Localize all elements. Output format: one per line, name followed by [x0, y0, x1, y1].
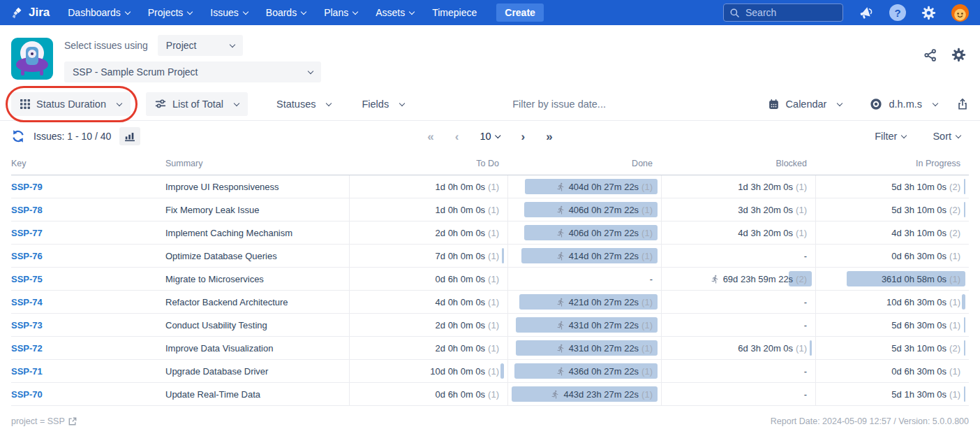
duration-cell-blocked: - [661, 383, 815, 405]
next-page-button[interactable]: › [521, 131, 526, 143]
duration-cell-blocked: 6d 3h 20m 0s(1) [661, 337, 815, 359]
issue-key-link[interactable]: SSP-74 [11, 297, 43, 307]
issue-key-link[interactable]: SSP-78 [11, 205, 43, 215]
column-header-blocked: Blocked [661, 159, 815, 168]
issue-count: (1) [488, 182, 499, 192]
issue-count: (1) [641, 320, 653, 330]
nav-item-dashboards[interactable]: Dashboards [68, 7, 130, 18]
issue-key-link[interactable]: SSP-70 [11, 389, 43, 400]
issue-count: (1) [488, 297, 499, 307]
search-placeholder: Search [745, 7, 776, 18]
nav-item-assets[interactable]: Assets [376, 7, 414, 18]
issue-key-link[interactable]: SSP-77 [11, 228, 43, 238]
issue-key-link[interactable]: SSP-73 [11, 320, 43, 330]
app-header: Select issues using Project SSP - Sample… [0, 25, 980, 88]
duration-cell-in_progress: 5d 3h 10m 0s(2) [815, 337, 969, 359]
bar-chart-icon [124, 131, 135, 142]
nav-item-timepiece[interactable]: Timepiece [432, 7, 477, 18]
issue-key-link[interactable]: SSP-71 [11, 366, 43, 377]
duration-cell-done: 404d 0h 27m 22s(1) [507, 175, 661, 198]
gear-icon[interactable] [921, 6, 936, 20]
brand-name: Jira [29, 6, 50, 20]
issue-key-link[interactable]: SSP-79 [11, 182, 43, 192]
fields-dropdown[interactable]: Fields [352, 92, 413, 116]
column-header-summary: Summary [165, 159, 349, 168]
help-icon[interactable]: ? [889, 4, 906, 21]
nav-item-projects[interactable]: Projects [148, 7, 193, 18]
runner-icon [556, 182, 565, 191]
issue-count: (1) [641, 205, 653, 215]
issue-key-link[interactable]: SSP-75 [11, 274, 43, 284]
runner-icon [556, 344, 565, 353]
duration-value: 69d 23h 59m 22s [723, 274, 793, 284]
share-icon[interactable] [923, 48, 937, 62]
avatar[interactable] [951, 4, 969, 22]
duration-value: 4d 3h 10m 0s [891, 228, 946, 238]
chevron-down-icon [352, 8, 358, 14]
chevron-down-icon [187, 8, 193, 14]
duration-value: - [804, 389, 807, 400]
issue-summary: Fix Memory Leak Issue [165, 198, 349, 221]
sort-dropdown[interactable]: Sort [933, 131, 960, 142]
issue-source-select[interactable]: Project [158, 35, 243, 56]
duration-value: 414d 0h 27m 22s [569, 251, 639, 261]
view-mode-dropdown[interactable]: List of Total [146, 92, 248, 116]
issue-count: (1) [796, 205, 807, 215]
jql-link[interactable]: project = SSP [11, 416, 77, 426]
refresh-icon[interactable] [11, 129, 25, 143]
duration-value: 5d 1h 30m 0s [891, 389, 946, 400]
table-row: SSP-77Implement Caching Mechanism2d 0h 0… [11, 221, 969, 245]
issue-summary: Improve UI Responsiveness [165, 175, 349, 198]
calendar-dropdown[interactable]: Calendar [759, 92, 852, 116]
jira-logo[interactable]: Jira [11, 6, 50, 20]
issue-count: (1) [488, 389, 499, 400]
last-page-button[interactable]: » [546, 131, 552, 143]
duration-cell-done: 406d 0h 27m 22s(1) [507, 198, 661, 221]
statuses-dropdown[interactable]: Statuses [267, 92, 340, 116]
time-format-dropdown[interactable]: d.h.m.s [861, 92, 946, 116]
duration-cell-blocked: - [661, 360, 815, 382]
filter-dropdown[interactable]: Filter [875, 131, 906, 142]
duration-cell-in_progress: 5d 3h 10m 0s(2) [815, 175, 969, 198]
duration-cell-to_do: 2d 0h 0m 0s(1) [349, 314, 507, 336]
issue-date-filter-input[interactable]: Filter by issue date... [512, 99, 606, 110]
duration-cell-in_progress: 5d 1h 30m 0s(1) [815, 383, 969, 405]
megaphone-icon[interactable] [859, 5, 874, 20]
key-cell: SSP-79 [11, 175, 165, 198]
export-icon[interactable] [956, 98, 969, 110]
issue-key-link[interactable]: SSP-76 [11, 251, 43, 261]
duration-value: - [804, 297, 807, 307]
duration-cell-done: 436d 0h 27m 22s(1) [507, 360, 661, 382]
top-nav: Jira Dashboards Projects Issues Boards P… [0, 0, 980, 25]
search-input[interactable]: Search [723, 3, 843, 22]
settings-gear-icon[interactable] [951, 48, 966, 62]
project-select[interactable]: SSP - Sample Scrum Project [64, 61, 321, 82]
table-row: SSP-70Update Real-Time Data0d 6h 0m 0s(1… [11, 383, 969, 406]
issue-summary: Migrate to Microservices [165, 268, 349, 290]
table-row: SSP-79Improve UI Responsiveness1d 0h 0m … [11, 175, 969, 198]
jira-logo-icon [11, 6, 24, 20]
runner-icon [556, 367, 565, 376]
nav-item-boards[interactable]: Boards [266, 7, 306, 18]
create-button[interactable]: Create [496, 3, 544, 22]
duration-cell-to_do: 0d 6h 0m 0s(1) [349, 268, 507, 290]
nav-item-issues[interactable]: Issues [210, 7, 247, 18]
duration-cell-to_do: 0d 6h 0m 0s(1) [349, 383, 507, 405]
chart-view-button[interactable] [119, 127, 140, 145]
runner-icon [556, 228, 565, 238]
chevron-down-icon [243, 8, 248, 14]
nav-item-plans[interactable]: Plans [324, 7, 357, 18]
table-row: SSP-78Fix Memory Leak Issue1d 0h 0m 0s(1… [11, 198, 969, 221]
duration-value: 406d 0h 27m 22s [569, 228, 639, 238]
report-type-dropdown[interactable]: Status Duration [11, 92, 131, 116]
duration-cell-blocked: 4d 3h 20m 0s(1) [661, 221, 815, 244]
prev-page-button[interactable]: ‹ [455, 131, 459, 143]
issue-summary: Upgrade Database Driver [165, 360, 349, 382]
first-page-button[interactable]: « [427, 131, 433, 143]
duration-value: - [650, 274, 653, 284]
duration-cell-done: 431d 0h 27m 22s(1) [507, 314, 661, 336]
page-size-select[interactable]: 10 [480, 131, 500, 142]
chevron-down-icon [125, 8, 131, 14]
issue-summary: Update Real-Time Data [165, 383, 349, 405]
issue-key-link[interactable]: SSP-72 [11, 343, 43, 354]
